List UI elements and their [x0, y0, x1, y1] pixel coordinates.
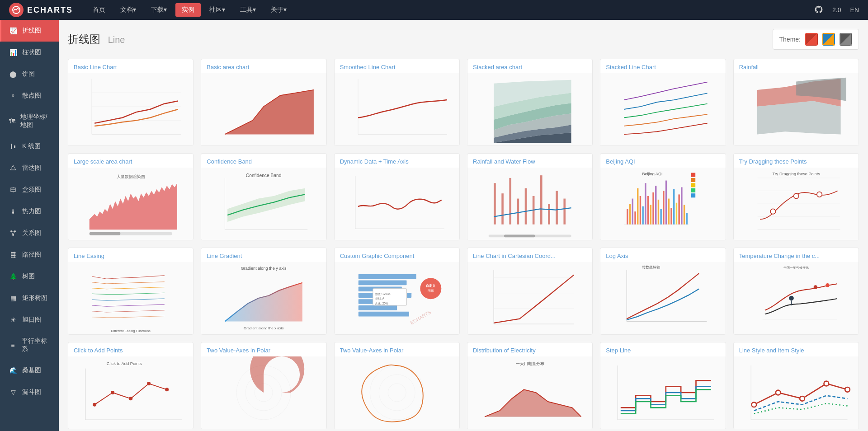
chart-title-basic-line[interactable]: Basic Line Chart: [68, 59, 193, 73]
svg-point-104: [770, 209, 775, 214]
chart-title-cartesian[interactable]: Line Chart in Cartesian Coord...: [467, 248, 592, 262]
chart-title-temperature[interactable]: Temperature Change in the c...: [734, 248, 859, 262]
sunburst-icon: ☀: [9, 315, 18, 324]
chart-title-basic-area[interactable]: Basic area chart: [201, 59, 326, 73]
chart-title-polar-2[interactable]: Two Value-Axes in Polar: [335, 342, 459, 356]
chart-card-dynamic-data[interactable]: Dynamic Data + Time Axis: [334, 153, 460, 240]
chart-title-confidence-band[interactable]: Confidence Band: [201, 154, 326, 168]
sidebar-item-heatmap[interactable]: 🌡 热力图: [0, 201, 59, 222]
chart-card-rainfall[interactable]: Rainfall: [733, 59, 859, 146]
theme-btn-red[interactable]: [805, 33, 818, 46]
svg-rect-86: [660, 209, 662, 224]
sidebar-item-scatter[interactable]: ⚬ 散点图: [0, 85, 59, 107]
line-chart-icon: 📈: [9, 26, 18, 35]
chart-card-custom-graphic[interactable]: Custom Graphic Component 数值: 12345 类别: A: [334, 248, 460, 335]
nav-about[interactable]: 关于▾: [264, 3, 293, 17]
chart-title-custom-graphic[interactable]: Custom Graphic Component: [335, 248, 459, 262]
chart-title-polar-1[interactable]: Two Value-Axes in Polar: [201, 342, 326, 356]
chart-card-polar-1[interactable]: Two Value-Axes in Polar: [201, 342, 326, 429]
funnel-icon: ▽: [9, 388, 18, 397]
github-icon[interactable]: [814, 5, 823, 15]
sidebar-item-radar[interactable]: 雷达图: [0, 157, 59, 179]
chart-card-large-scale[interactable]: Large scale area chart 大量数据渲染图: [68, 153, 193, 240]
nav-tools[interactable]: 工具▾: [234, 3, 262, 17]
sidebar-item-sunburst[interactable]: ☀ 旭日图: [0, 309, 59, 331]
theme-btn-blue[interactable]: [822, 33, 835, 46]
chart-card-basic-line[interactable]: Basic Line Chart: [68, 59, 193, 146]
nav-menu: 首页 文档▾ 下载▾ 实例 社区▾ 工具▾ 关于▾: [86, 3, 814, 17]
chart-card-dragging-points[interactable]: Try Dragging these Points Try Dragging t…: [733, 153, 859, 240]
chart-title-large-scale[interactable]: Large scale area chart: [68, 154, 193, 168]
chart-card-smoothed-line[interactable]: Smoothed Line Chart: [334, 59, 460, 146]
chart-title-stacked-line[interactable]: Stacked Line Chart: [600, 59, 725, 73]
chart-card-electricity[interactable]: Distribution of Electricity 一天用电量分布: [467, 342, 593, 429]
chart-card-cartesian[interactable]: Line Chart in Cartesian Coord...: [467, 248, 593, 335]
sidebar-item-bar[interactable]: 📊 柱状图: [0, 42, 59, 63]
chart-title-step-line[interactable]: Step Line: [600, 342, 725, 356]
pie-chart-icon: ⬤: [9, 70, 18, 79]
chart-card-line-gradient[interactable]: Line Gradient Gradient along the y axis …: [201, 248, 326, 335]
sidebar-item-lines[interactable]: 🛤 路径图: [0, 244, 59, 266]
chart-card-polar-2[interactable]: Two Value-Axes in Polar: [334, 342, 460, 429]
sidebar-label-lines: 路径图: [22, 251, 41, 259]
chart-card-line-easing[interactable]: Line Easing Different Easing Functions: [68, 248, 193, 335]
chart-card-click-add[interactable]: Click to Add Points Click to Add Points: [68, 342, 193, 429]
nav-docs[interactable]: 文档▾: [114, 3, 142, 17]
svg-line-14: [11, 231, 13, 235]
nav-download[interactable]: 下载▾: [145, 3, 173, 17]
chart-card-temperature[interactable]: Temperature Change in the c... 全国一年气候变化: [733, 248, 859, 335]
sidebar-item-funnel[interactable]: ▽ 漏斗图: [0, 381, 59, 403]
chart-title-stacked-area[interactable]: Stacked area chart: [467, 59, 592, 73]
chart-preview-polar-2: [335, 356, 459, 429]
chart-title-click-add[interactable]: Click to Add Points: [68, 342, 193, 356]
svg-rect-74: [629, 204, 631, 225]
chart-title-electricity[interactable]: Distribution of Electricity: [467, 342, 592, 356]
chart-title-line-style[interactable]: Line Style and Item Style: [734, 342, 859, 356]
main-content: 折线图 Line Theme: Basic Line Chart: [59, 20, 868, 431]
svg-rect-94: [681, 187, 682, 224]
sidebar-label-bar: 柱状图: [22, 48, 41, 56]
sidebar-item-boxplot[interactable]: 盒须图: [0, 179, 59, 201]
chart-card-log-axis[interactable]: Log Axis 对数坐标轴: [600, 248, 726, 335]
sidebar-item-geo[interactable]: 🗺 地理坐标/地图: [0, 107, 59, 136]
chart-title-beijing-aqi[interactable]: Beijing AQI: [600, 154, 725, 168]
theme-btn-dark[interactable]: [840, 33, 852, 46]
svg-text:对数坐标轴: 对数坐标轴: [642, 265, 660, 269]
svg-point-154: [165, 388, 169, 391]
sidebar-item-pie[interactable]: ⬤ 饼图: [0, 63, 59, 85]
language-toggle[interactable]: EN: [850, 6, 859, 14]
chart-title-log-axis[interactable]: Log Axis: [600, 248, 725, 262]
svg-rect-56: [517, 199, 519, 225]
chart-title-smoothed-line[interactable]: Smoothed Line Chart: [335, 59, 459, 73]
svg-point-106: [817, 192, 822, 197]
chart-title-line-easing[interactable]: Line Easing: [68, 248, 193, 262]
chart-card-stacked-area[interactable]: Stacked area chart: [467, 59, 593, 146]
chart-title-dynamic-data[interactable]: Dynamic Data + Time Axis: [335, 154, 459, 168]
chart-title-line-gradient[interactable]: Line Gradient: [201, 248, 326, 262]
chart-card-rainfall-water[interactable]: Rainfall and Water Flow: [467, 153, 593, 240]
svg-rect-81: [647, 196, 649, 225]
chart-title-rainfall[interactable]: Rainfall: [734, 59, 859, 73]
chart-card-beijing-aqi[interactable]: Beijing AQI Beijing AQI: [600, 153, 726, 240]
chart-card-basic-area[interactable]: Basic area chart: [201, 59, 326, 146]
logo[interactable]: ECHARTS: [9, 3, 73, 17]
nav-community[interactable]: 社区▾: [203, 3, 231, 17]
sidebar-item-treemap[interactable]: ▦ 矩形树图: [0, 287, 59, 309]
sidebar-item-parallel[interactable]: ≡ 平行坐标系: [0, 331, 59, 360]
svg-line-15: [13, 231, 15, 235]
sidebar-item-line[interactable]: 📈 折线图: [0, 20, 59, 42]
nav-examples[interactable]: 实例: [175, 3, 201, 17]
sidebar-item-sankey[interactable]: 🌊 桑基图: [0, 360, 59, 381]
sidebar-item-candlestick[interactable]: K 线图: [0, 136, 59, 157]
chart-card-confidence-band[interactable]: Confidence Band Confidence Band: [201, 153, 326, 240]
chart-card-step-line[interactable]: Step Line: [600, 342, 726, 429]
chart-title-rainfall-water[interactable]: Rainfall and Water Flow: [467, 154, 592, 168]
chart-card-line-style[interactable]: Line Style and Item Style: [733, 342, 859, 429]
nav-home[interactable]: 首页: [86, 3, 112, 17]
chart-title-dragging-points[interactable]: Try Dragging these Points: [734, 154, 859, 168]
sidebar-item-graph[interactable]: 关系图: [0, 222, 59, 244]
treemap-icon: ▦: [9, 294, 18, 303]
sidebar-item-tree[interactable]: 🌲 树图: [0, 266, 59, 287]
theme-label: Theme:: [779, 36, 801, 43]
chart-card-stacked-line[interactable]: Stacked Line Chart: [600, 59, 726, 146]
